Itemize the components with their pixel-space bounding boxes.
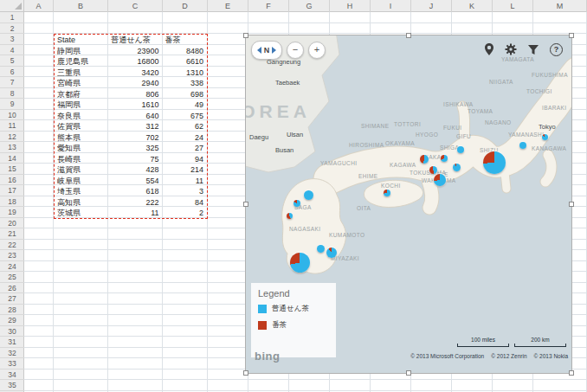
table-cell[interactable]: 2940 [108,78,162,89]
table-cell[interactable]: 338 [163,78,207,89]
selection-handle[interactable] [569,370,574,376]
column-header-E[interactable]: E [208,0,248,12]
map-canvas[interactable]: KOREAGangneungTaebaekDaeguUlsanBusanToky… [246,35,571,373]
table-cell[interactable]: 京都府 [55,89,108,100]
help-icon[interactable]: ? [550,43,563,56]
table-cell[interactable]: 554 [108,176,162,187]
table-cell[interactable]: 茨城県 [55,208,108,219]
table-cell[interactable]: 3420 [108,67,162,79]
table-cell[interactable]: 長崎県 [55,154,108,165]
row-header-18[interactable]: 18 [0,196,24,208]
pie-miyazaki[interactable] [326,247,337,258]
table-cell[interactable]: 宮崎県 [55,78,108,89]
table-cell[interactable]: 325 [108,143,162,154]
table-cell[interactable]: 94 [163,154,207,165]
row-header-17[interactable]: 17 [0,185,24,196]
map-legend[interactable]: Legend 普通せん茶番茶 [251,283,336,357]
row-header-22[interactable]: 22 [0,240,24,251]
table-cell[interactable]: 806 [108,89,162,100]
table-cell[interactable]: 640 [108,111,162,122]
table-cell[interactable]: 428 [108,164,162,176]
row-header-9[interactable]: 9 [0,99,24,110]
selection-handle[interactable] [569,33,574,38]
selection-handle[interactable] [569,202,574,207]
table-cell[interactable]: 23900 [108,46,162,57]
column-header-H[interactable]: H [330,0,371,12]
table-cell[interactable]: 16800 [108,56,162,67]
column-header-M[interactable]: M [533,0,587,12]
row-header-6[interactable]: 6 [0,67,24,78]
row-header-14[interactable]: 14 [0,153,24,164]
row-header-4[interactable]: 4 [0,45,24,56]
column-header-K[interactable]: K [452,0,493,12]
filter-funnel-icon[interactable] [527,44,539,55]
pie-aichi[interactable] [453,164,461,171]
column-header-F[interactable]: F [248,0,289,12]
pie-saga[interactable] [294,200,300,207]
table-cell[interactable]: 27 [163,143,207,154]
column-header-L[interactable]: L [493,0,533,12]
compass-control[interactable]: N [251,41,282,60]
table-cell[interactable]: 奈良県 [55,111,108,122]
pie-ibaraki[interactable] [542,134,548,140]
pie-shiga[interactable] [441,155,448,162]
row-header-13[interactable]: 13 [0,142,24,153]
row-header-10[interactable]: 10 [0,110,24,121]
row-header-32[interactable]: 32 [0,348,24,359]
row-header-2[interactable]: 2 [0,23,24,35]
table-cell[interactable]: 1610 [108,100,162,111]
row-header-23[interactable]: 23 [0,250,24,261]
table-cell[interactable]: 62 [163,121,207,132]
pie-kumamoto[interactable] [317,245,325,253]
pie-fukuoka[interactable] [304,190,313,200]
table-cell[interactable]: 岐阜県 [55,176,108,187]
row-header-19[interactable]: 19 [0,207,24,218]
table-cell[interactable]: 1310 [163,67,207,79]
map-chart-object[interactable]: KOREAGangneungTaebaekDaeguUlsanBusanToky… [245,35,572,374]
zoom-in-button[interactable]: + [308,42,326,59]
table-cell[interactable]: 11 [163,176,207,187]
row-header-7[interactable]: 7 [0,77,24,88]
table-cell[interactable]: 675 [163,111,207,122]
table-cell[interactable]: 福岡県 [55,100,108,111]
column-header-I[interactable]: I [371,0,411,12]
row-header-28[interactable]: 28 [0,305,24,316]
pie-gifu[interactable] [457,146,464,153]
row-header-26[interactable]: 26 [0,283,24,294]
table-cell[interactable]: 618 [108,186,162,197]
table-cell[interactable]: 698 [163,89,207,100]
table-cell[interactable]: 49 [163,100,207,111]
pie-kagoshima[interactable] [290,253,310,273]
selection-handle[interactable] [406,370,411,376]
row-header-20[interactable]: 20 [0,218,24,229]
pie-mie[interactable] [434,174,446,186]
table-cell[interactable]: 三重県 [55,67,108,79]
selection-handle[interactable] [243,33,248,38]
selection-handle[interactable] [406,33,411,38]
zoom-out-button[interactable]: − [287,42,304,59]
pie-nagasaki[interactable] [287,213,293,219]
column-header-G[interactable]: G [289,0,330,12]
table-cell[interactable]: 鹿児島県 [55,56,108,67]
table-cell[interactable]: 8480 [163,46,207,57]
table-cell[interactable]: 222 [108,197,162,209]
column-header-J[interactable]: J [411,0,452,12]
pie-nara[interactable] [429,166,437,174]
pie-saitama[interactable] [519,142,526,149]
table-cell[interactable]: 静岡県 [55,46,108,57]
column-header-D[interactable]: D [163,0,208,12]
column-header-A[interactable]: A [24,0,54,12]
row-header-30[interactable]: 30 [0,326,24,337]
row-header-31[interactable]: 31 [0,337,24,348]
table-cell[interactable]: 普通せん茶 [108,35,162,46]
table-cell[interactable]: 702 [108,132,162,144]
table-cell[interactable]: 滋賀県 [55,164,108,176]
table-cell[interactable]: 214 [163,164,207,176]
table-cell[interactable]: 熊本県 [55,132,108,144]
row-header-25[interactable]: 25 [0,272,24,283]
table-cell[interactable]: 埼玉県 [55,186,108,197]
pie-kochi[interactable] [384,190,390,196]
table-cell[interactable]: 11 [108,208,162,219]
table-cell[interactable]: 2 [163,208,207,219]
row-header-21[interactable]: 21 [0,228,24,240]
